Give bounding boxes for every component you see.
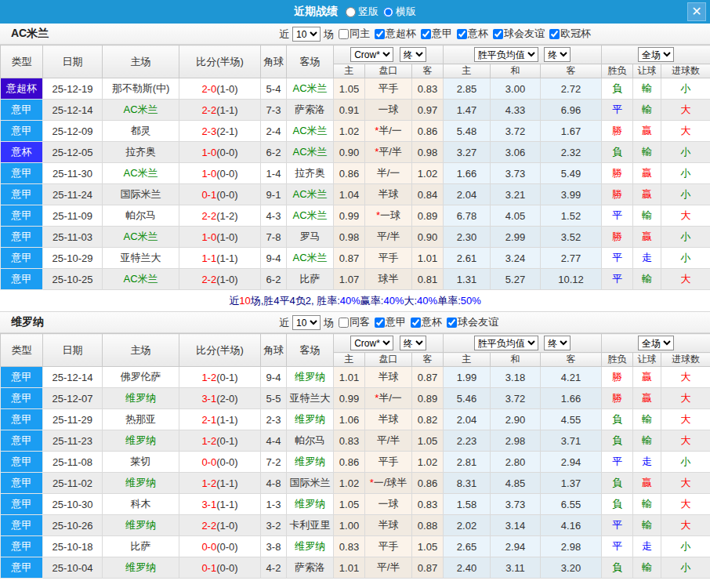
mean-draw: 3.21 [491,184,541,205]
odds-home: 1.06 [334,409,365,430]
match-date: 25-11-02 [43,473,103,494]
result-wdl: 負 [602,78,633,100]
mean-away: 2.98 [541,536,602,557]
result-handicap: 贏 [633,367,661,388]
filter-checkbox-意甲[interactable]: 意甲 [375,315,406,329]
checkbox-input[interactable] [493,29,503,39]
result-wdl: 勝 [602,367,633,388]
mean-home: 2.81 [444,452,491,473]
filter-checkbox-同主[interactable]: 同主 [339,27,370,41]
filter-checkbox-意甲[interactable]: 意甲 [421,27,452,41]
handicap-change-marker: * [375,125,379,136]
summary-segment: 40% [340,295,360,307]
summary-segment: 单率: [437,294,461,308]
mean-time-select[interactable]: 终 [544,47,571,62]
close-button[interactable]: ✕ [687,2,706,21]
mean-away: 3.99 [541,184,602,205]
away-team: 亚特兰大 [287,388,334,409]
radio-vertical-layout[interactable]: 竖版 [346,5,379,19]
result-goals: 小 [661,536,710,557]
home-team: 都灵 [103,121,179,142]
league-filter-checkboxes: 同主意超杯意甲意杯球会友谊欧冠杯 [334,27,591,42]
match-row: 意甲25-12-09都灵2-3(2-1)2-4AC米兰1.02*半/一0.865… [1,121,710,142]
checkbox-input[interactable] [549,29,560,39]
league-badge: 意甲 [1,227,43,248]
scope-select[interactable]: 全场 [638,47,674,62]
mean-draw: 2.99 [491,227,541,248]
odds-home: 0.83 [334,536,365,557]
match-score: 2-3(2-1) [179,121,261,142]
match-score: 1-2(1-1) [179,473,261,494]
recent-count-select[interactable]: 10 [292,27,321,42]
radio-horizontal-input[interactable] [383,7,393,17]
filter-checkbox-意杯[interactable]: 意杯 [457,27,488,41]
mean-select[interactable]: 胜平负均值 [474,336,538,350]
home-team: 帕尔马 [103,205,179,227]
match-row: 意甲25-11-02维罗纳1-2(1-1)4-8国际米兰1.02*一/球半0.8… [1,473,710,494]
match-row: 意甲25-11-30AC米兰1-0(0-0)1-4拉齐奥0.86半/一1.021… [1,163,710,184]
checkbox-input[interactable] [421,29,431,39]
filter-checkbox-球会友谊[interactable]: 球会友谊 [447,315,498,329]
checkbox-input[interactable] [411,318,421,328]
checkbox-input[interactable] [339,29,349,39]
odds-time-select[interactable]: 终 [400,47,426,62]
summary-segment: 赢率: [360,294,384,308]
checkbox-input[interactable] [447,318,457,328]
match-row: 意甲25-10-25AC米兰2-2(1-0)6-2比萨1.07球半0.811.3… [1,269,710,290]
match-score: 3-1(1-1) [179,494,261,515]
radio-vertical-input[interactable] [346,7,356,17]
result-goals: 大 [661,430,710,452]
odds-handicap: 一球 [365,100,412,121]
odds-time-select[interactable]: 终 [400,336,426,350]
checkbox-input[interactable] [457,29,467,39]
bookmaker-select[interactable]: Crow* [350,47,393,62]
mean-away: 2.77 [541,248,602,269]
col-mean-draw: 和 [491,64,541,78]
mean-home: 6.78 [444,205,491,227]
checkbox-input[interactable] [375,318,385,328]
corner-score: 5-5 [261,388,287,409]
match-row: 意甲25-11-29热那亚2-1(1-1)2-3维罗纳1.06半球0.822.0… [1,409,710,430]
match-row: 意甲25-10-30科木3-1(1-1)1-3维罗纳1.05一球0.831.58… [1,494,710,515]
result-goals: 小 [661,163,710,184]
mean-home: 2.85 [444,78,491,100]
corner-score: 6-2 [261,269,287,290]
result-handicap: 輸 [633,100,661,121]
radio-horizontal-layout[interactable]: 横版 [383,5,416,19]
bookmaker-select[interactable]: Crow* [350,336,393,350]
filter-checkbox-球会友谊[interactable]: 球会友谊 [493,27,545,41]
home-team: 维罗纳 [103,557,179,579]
result-wdl: 負 [602,557,633,579]
result-group-header: 全场 [602,334,710,353]
home-team: AC米兰 [103,163,179,184]
odds-handicap: 半球 [365,409,412,430]
recent-count-select[interactable]: 10 [292,315,321,330]
radio-vertical-label: 竖版 [358,5,379,19]
result-handicap: 輸 [633,430,661,452]
result-wdl: 負 [602,494,633,515]
result-handicap: 輸 [633,142,661,163]
checkbox-input[interactable] [375,29,385,39]
odds-handicap: 平手 [365,248,412,269]
result-handicap: 輸 [633,515,661,536]
odds-away: 0.89 [412,205,444,227]
col-res-handicap: 让球 [633,353,661,367]
match-date: 25-10-29 [43,248,103,269]
mean-away: 1.52 [541,205,602,227]
mean-select[interactable]: 胜平负均值 [474,47,538,62]
result-handicap: 贏 [633,227,661,248]
mean-away: 5.49 [541,163,602,184]
checkbox-input[interactable] [339,318,349,328]
mean-time-select[interactable]: 终 [544,336,571,350]
league-badge: 意甲 [1,473,43,494]
filter-checkbox-意杯[interactable]: 意杯 [411,315,442,329]
filter-checkbox-意超杯[interactable]: 意超杯 [375,27,416,41]
filter-checkbox-同客[interactable]: 同客 [339,315,370,329]
away-team: AC米兰 [287,78,334,100]
filter-checkbox-欧冠杯[interactable]: 欧冠杯 [549,27,591,41]
match-date: 25-10-25 [43,269,103,290]
scope-select[interactable]: 全场 [638,336,674,350]
match-score: 2-1(1-1) [179,409,261,430]
match-row: 意甲25-10-18比萨0-0(0-0)3-8维罗纳0.83平手1.052.65… [1,536,710,557]
result-wdl: 平 [602,515,633,536]
